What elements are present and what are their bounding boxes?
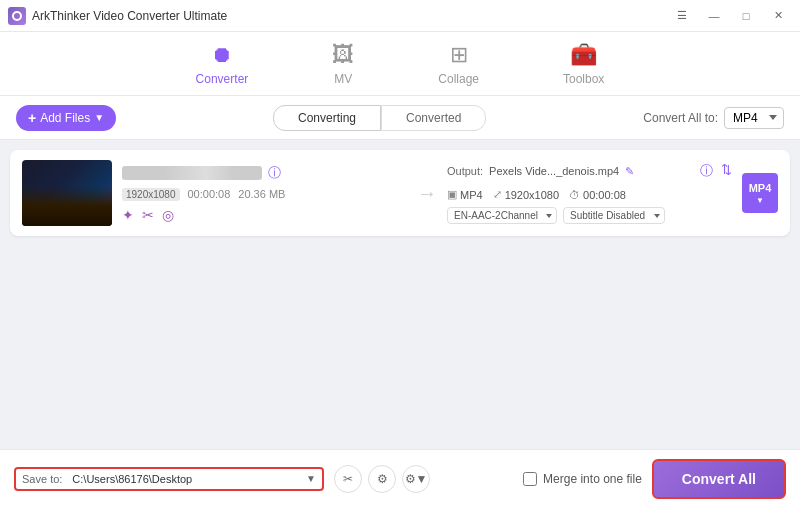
save-to-container: Save to: ▼ xyxy=(14,467,324,491)
output-info: Output: Pexels Vide..._denois.mp4 ✎ ⓘ ⇅ … xyxy=(447,162,732,224)
nav-bar: ⏺ Converter 🖼 MV ⊞ Collage 🧰 Toolbox xyxy=(0,32,800,96)
format-spec: ▣ MP4 xyxy=(447,188,483,201)
duration-value: 00:00:08 xyxy=(188,188,231,200)
edit-filename-icon[interactable]: ✎ xyxy=(625,165,634,178)
save-to-path-input[interactable] xyxy=(68,469,300,489)
format-badge-text: MP4 xyxy=(749,182,772,194)
output-label: Output: xyxy=(447,165,483,177)
nav-converter[interactable]: ⏺ Converter xyxy=(184,38,261,90)
file-name-placeholder xyxy=(122,166,262,180)
close-button[interactable]: ✕ xyxy=(764,6,792,26)
cut-tool-button[interactable]: ✂ xyxy=(334,465,362,493)
nav-toolbox[interactable]: 🧰 Toolbox xyxy=(551,38,616,90)
subtitle-select[interactable]: Subtitle Disabled No Subtitle Add Subtit… xyxy=(563,207,665,224)
bottom-tools: ✂ ⚙ ⚙▼ xyxy=(334,465,430,493)
minimize-button[interactable]: — xyxy=(700,6,728,26)
collage-label: Collage xyxy=(438,72,479,86)
arrow-right-icon: → xyxy=(417,182,437,205)
title-bar-left: ArkThinker Video Converter Ultimate xyxy=(8,7,227,25)
output-filename: Pexels Vide..._denois.mp4 xyxy=(489,165,619,177)
nav-collage[interactable]: ⊞ Collage xyxy=(426,38,491,90)
app-title: ArkThinker Video Converter Ultimate xyxy=(32,9,227,23)
mv-icon: 🖼 xyxy=(332,42,354,68)
merge-label: Merge into one file xyxy=(543,472,642,486)
file-card: ⓘ 1920x1080 00:00:08 20.36 MB ✦ ✂ ◎ → Ou… xyxy=(10,150,790,236)
output-specs: ▣ MP4 ⤢ 1920x1080 ⏱ 00:00:08 xyxy=(447,188,732,201)
title-bar: ArkThinker Video Converter Ultimate ☰ — … xyxy=(0,0,800,32)
mv-label: MV xyxy=(334,72,352,86)
collage-icon: ⊞ xyxy=(450,42,468,68)
nav-mv[interactable]: 🖼 MV xyxy=(320,38,366,90)
output-action-icons: ⓘ ⇅ xyxy=(700,162,732,180)
more-tool-button[interactable]: ⚙▼ xyxy=(402,465,430,493)
save-to-label: Save to: xyxy=(16,473,68,485)
tab-converted[interactable]: Converted xyxy=(381,105,486,131)
format-badge-arrow: ▼ xyxy=(756,196,764,205)
film-icon: ▣ xyxy=(447,188,457,201)
add-files-label: Add Files xyxy=(40,111,90,125)
audio-subtitle-row: EN-AAC-2Channel EN-AAC-Stereo Subtitle D… xyxy=(447,207,732,224)
resolution-spec: ⤢ 1920x1080 xyxy=(493,188,559,201)
plus-icon: + xyxy=(28,110,36,126)
bottom-bar: Save to: ▼ ✂ ⚙ ⚙▼ Merge into one file Co… xyxy=(0,449,800,507)
settings-tool-button[interactable]: ⚙ xyxy=(368,465,396,493)
info-icon[interactable]: ⓘ xyxy=(268,164,281,182)
convert-all-button[interactable]: Convert All xyxy=(652,459,786,499)
merge-checkbox[interactable] xyxy=(523,472,537,486)
converter-icon: ⏺ xyxy=(211,42,233,68)
resolution-badge: 1920x1080 xyxy=(122,188,180,201)
app-icon xyxy=(8,7,26,25)
file-name-row: ⓘ xyxy=(122,164,407,182)
format-select[interactable]: MP4 MKV AVI MOV xyxy=(724,107,784,129)
add-files-button[interactable]: + Add Files ▼ xyxy=(16,105,116,131)
convert-all-to: Convert All to: MP4 MKV AVI MOV xyxy=(643,107,784,129)
video-thumbnail xyxy=(22,160,112,226)
output-resolution: 1920x1080 xyxy=(505,189,559,201)
clock-icon: ⏱ xyxy=(569,189,580,201)
app-icon-inner xyxy=(12,11,22,21)
tab-converting[interactable]: Converting xyxy=(273,105,381,131)
cut-icon[interactable]: ✂ xyxy=(142,207,154,223)
menu-icon[interactable]: ☰ xyxy=(668,6,696,26)
effect-icon[interactable]: ◎ xyxy=(162,207,174,223)
audio-select[interactable]: EN-AAC-2Channel EN-AAC-Stereo xyxy=(447,207,557,224)
dropdown-arrow-icon: ▼ xyxy=(94,112,104,123)
toolbar: + Add Files ▼ Converting Converted Conve… xyxy=(0,96,800,140)
toolbox-label: Toolbox xyxy=(563,72,604,86)
size-value: 20.36 MB xyxy=(238,188,285,200)
converter-label: Converter xyxy=(196,72,249,86)
info-detail-icon[interactable]: ⓘ xyxy=(700,162,713,180)
expand-icon: ⤢ xyxy=(493,188,502,201)
merge-container: Merge into one file xyxy=(523,472,642,486)
output-duration: 00:00:08 xyxy=(583,189,626,201)
convert-all-to-label: Convert All to: xyxy=(643,111,718,125)
format-value: MP4 xyxy=(460,189,483,201)
save-to-dropdown-icon[interactable]: ▼ xyxy=(300,473,322,484)
content-area: ⓘ 1920x1080 00:00:08 20.36 MB ✦ ✂ ◎ → Ou… xyxy=(0,140,800,449)
tabs-container: Converting Converted xyxy=(128,105,631,131)
title-bar-controls: ☰ — □ ✕ xyxy=(668,6,792,26)
file-actions: ✦ ✂ ◎ xyxy=(122,207,407,223)
enhance-icon[interactable]: ✦ xyxy=(122,207,134,223)
toolbox-icon: 🧰 xyxy=(570,42,597,68)
maximize-button[interactable]: □ xyxy=(732,6,760,26)
thumbnail-rocks xyxy=(22,186,112,226)
file-meta: 1920x1080 00:00:08 20.36 MB xyxy=(122,188,407,201)
duration-spec: ⏱ 00:00:08 xyxy=(569,189,626,201)
file-info-left: ⓘ 1920x1080 00:00:08 20.36 MB ✦ ✂ ◎ xyxy=(122,164,407,223)
format-badge[interactable]: MP4 ▼ xyxy=(742,173,778,213)
output-filename-row: Output: Pexels Vide..._denois.mp4 ✎ ⓘ ⇅ xyxy=(447,162,732,180)
settings-icon[interactable]: ⇅ xyxy=(721,162,732,180)
